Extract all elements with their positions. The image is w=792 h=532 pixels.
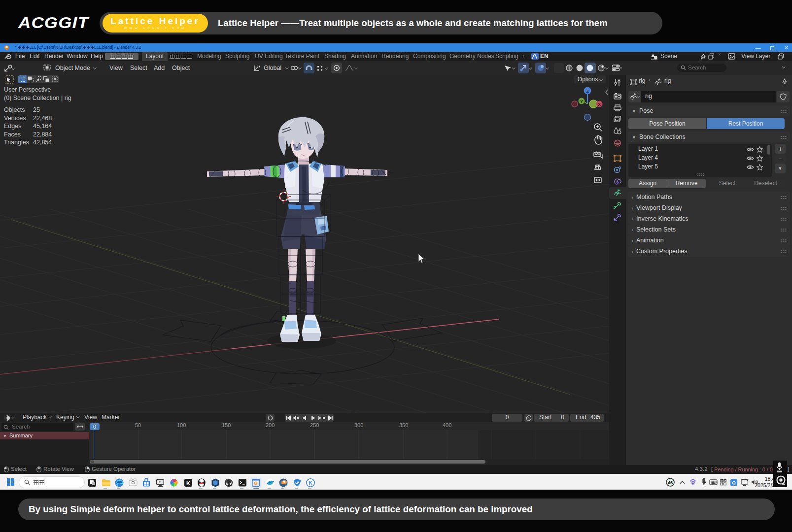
svg-text:11: 11 xyxy=(159,481,162,484)
svg-text:Z: Z xyxy=(586,89,589,94)
svg-text:46: 46 xyxy=(668,480,673,485)
svg-text:Y: Y xyxy=(580,99,583,104)
svg-text:X: X xyxy=(598,102,601,107)
svg-text:K: K xyxy=(309,480,312,486)
svg-text:K: K xyxy=(186,480,190,486)
svg-text:Q: Q xyxy=(732,480,735,485)
